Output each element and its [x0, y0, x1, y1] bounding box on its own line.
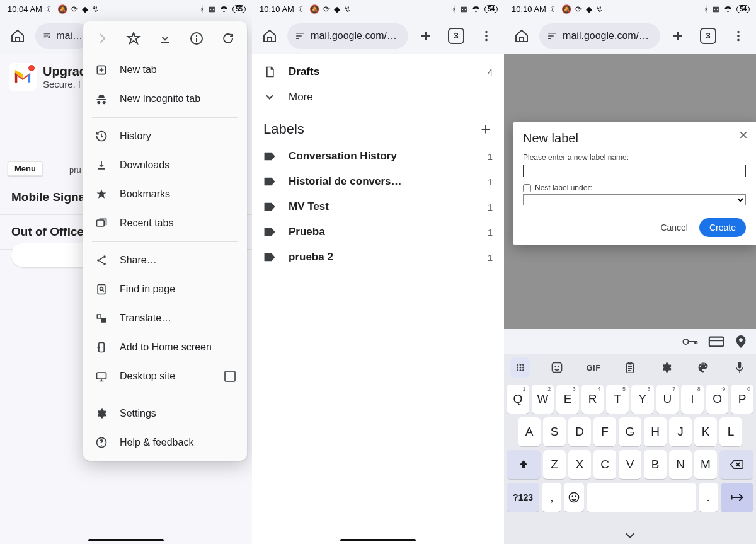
omnibox[interactable]: mail.google.com/mail: [287, 23, 408, 49]
overflow-button[interactable]: [726, 23, 751, 49]
bookmark-button[interactable]: [123, 31, 144, 46]
sidebar-more[interactable]: More: [252, 84, 504, 110]
mic-icon[interactable]: [730, 357, 750, 378]
moon-icon: ☾: [46, 5, 54, 13]
refresh-button[interactable]: [218, 31, 238, 46]
kb-settings-icon[interactable]: [656, 357, 677, 378]
key-w[interactable]: W2: [532, 385, 554, 414]
svg-rect-37: [738, 362, 742, 369]
menu-find[interactable]: Find in page: [83, 275, 247, 304]
menu-new-tab[interactable]: New tab: [83, 55, 247, 84]
theme-icon[interactable]: [693, 357, 713, 378]
gif-button[interactable]: GIF: [583, 357, 604, 378]
key-q[interactable]: Q1: [507, 385, 529, 414]
key-z[interactable]: Z: [543, 450, 566, 479]
nest-select[interactable]: [523, 194, 746, 205]
key-t[interactable]: T5: [606, 385, 629, 414]
create-button[interactable]: Create: [699, 218, 746, 237]
new-tab-button[interactable]: [413, 23, 438, 49]
label-icon: [263, 202, 289, 212]
comma-key[interactable]: ,: [542, 483, 561, 512]
home-button[interactable]: [5, 23, 30, 49]
key-k[interactable]: K: [694, 417, 717, 446]
keyboard-collapse-bar[interactable]: [504, 526, 756, 544]
key-l[interactable]: L: [719, 417, 742, 446]
svg-point-14: [485, 30, 488, 33]
key-e[interactable]: E3: [556, 385, 579, 414]
label-name-input[interactable]: [523, 165, 746, 177]
clock: 10:10 AM: [512, 4, 546, 14]
url-text: mail.g…: [56, 30, 83, 42]
sidebar-drafts[interactable]: Drafts 4: [252, 59, 504, 84]
omnibox[interactable]: mail.g…: [35, 23, 91, 49]
enter-key[interactable]: [721, 483, 753, 512]
numbers-key[interactable]: ?123: [507, 483, 539, 512]
desktop-checkbox[interactable]: [224, 371, 236, 382]
menu-bookmarks[interactable]: Bookmarks: [83, 180, 247, 209]
kb-menu-icon[interactable]: [510, 357, 530, 378]
key-o[interactable]: O9: [706, 385, 729, 414]
clipboard-icon[interactable]: [620, 357, 640, 378]
shift-key[interactable]: [507, 450, 541, 479]
tab-switcher[interactable]: 3: [444, 23, 469, 49]
menu-translate[interactable]: Translate…: [83, 304, 247, 333]
menu-share[interactable]: Share…: [83, 246, 247, 275]
menu-desktop-site[interactable]: Desktop site: [83, 362, 247, 391]
url-text: mail.google.com/mail: [311, 30, 401, 42]
key-b[interactable]: B: [644, 450, 667, 479]
menu-add-home[interactable]: Add to Home screen: [83, 333, 247, 362]
key-n[interactable]: N: [669, 450, 692, 479]
menu-recent-tabs[interactable]: Recent tabs: [83, 209, 247, 238]
space-key[interactable]: [587, 483, 696, 512]
emoji-key[interactable]: [564, 483, 583, 512]
menu-settings[interactable]: Settings: [83, 399, 247, 428]
key-j[interactable]: J: [669, 417, 692, 446]
password-key-icon[interactable]: [682, 335, 698, 349]
location-icon[interactable]: [735, 334, 747, 349]
home-button[interactable]: [257, 23, 282, 49]
menu-help[interactable]: Help & feedback: [83, 428, 247, 457]
key-m[interactable]: M: [694, 450, 717, 479]
label-row[interactable]: Historial de convers… 1: [252, 169, 504, 194]
overflow-button[interactable]: [474, 23, 499, 49]
menu-downloads[interactable]: Downloads: [83, 151, 247, 180]
menu-history[interactable]: History: [83, 122, 247, 151]
key-d[interactable]: D: [568, 417, 591, 446]
add-label-button[interactable]: [479, 122, 493, 136]
label-row[interactable]: Conversation History 1: [252, 144, 504, 169]
key-r[interactable]: R4: [581, 385, 604, 414]
key-x[interactable]: X: [568, 450, 591, 479]
dialog-close-button[interactable]: [738, 130, 748, 140]
tune-icon: [295, 30, 306, 42]
menu-incognito[interactable]: New Incognito tab: [83, 84, 247, 113]
omnibox[interactable]: mail.google.com/mail: [539, 23, 660, 49]
key-y[interactable]: Y6: [631, 385, 654, 414]
forward-button[interactable]: [92, 31, 112, 46]
key-g[interactable]: G: [619, 417, 641, 446]
label-row[interactable]: prueba 2 1: [252, 245, 504, 270]
key-f[interactable]: F: [593, 417, 616, 446]
sync-icon: ⟳: [575, 5, 582, 13]
sticker-icon[interactable]: [547, 357, 567, 378]
tab-switcher[interactable]: 3: [696, 23, 721, 49]
key-p[interactable]: P0: [731, 385, 753, 414]
period-key[interactable]: .: [699, 483, 718, 512]
key-h[interactable]: H: [644, 417, 667, 446]
label-row[interactable]: MV Test 1: [252, 194, 504, 219]
download-button[interactable]: [155, 32, 175, 45]
cancel-button[interactable]: Cancel: [660, 223, 688, 233]
key-s[interactable]: S: [543, 417, 566, 446]
label-row[interactable]: Prueba 1: [252, 219, 504, 245]
home-button[interactable]: [509, 23, 534, 49]
new-tab-button[interactable]: [665, 23, 690, 49]
key-v[interactable]: V: [619, 450, 641, 479]
nest-checkbox[interactable]: [523, 184, 531, 192]
menu-chip[interactable]: Menu: [8, 161, 43, 176]
info-button[interactable]: [186, 31, 207, 46]
key-u[interactable]: U7: [656, 385, 679, 414]
card-icon[interactable]: [708, 335, 724, 348]
key-i[interactable]: I8: [681, 385, 704, 414]
backspace-key[interactable]: [719, 450, 753, 479]
key-c[interactable]: C: [593, 450, 616, 479]
key-a[interactable]: A: [518, 417, 541, 446]
